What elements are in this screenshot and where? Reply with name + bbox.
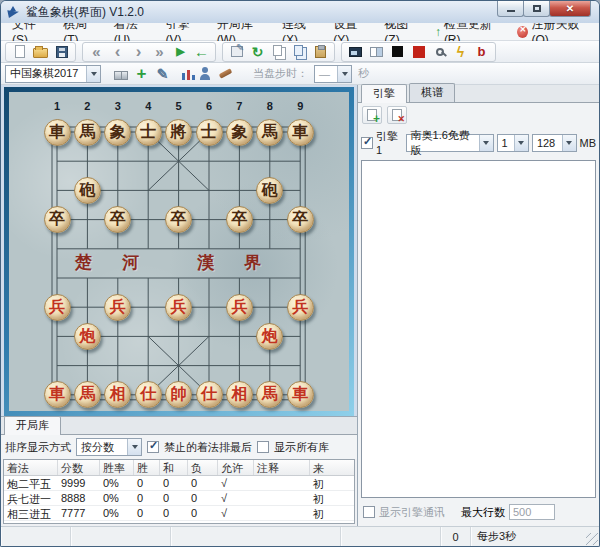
- window-view-icon[interactable]: [347, 44, 364, 60]
- brush-icon[interactable]: [217, 66, 234, 82]
- column-header[interactable]: 和: [160, 460, 188, 475]
- new-file-icon[interactable]: [11, 44, 28, 60]
- user-icon[interactable]: [196, 66, 213, 82]
- board-piece[interactable]: 車: [287, 119, 314, 146]
- board-piece[interactable]: 兵: [44, 294, 71, 321]
- play-icon[interactable]: ▶: [172, 44, 189, 60]
- step-forward-icon[interactable]: ›: [130, 44, 147, 60]
- titlebar[interactable]: 鲨鱼象棋(界面) V1.2.0 ✕: [1, 1, 599, 23]
- game-toolbar: 中国象棋2017 +✎ 当盘步时： — 秒: [1, 63, 599, 85]
- app-icon: [8, 6, 21, 19]
- table-cell: √: [218, 476, 254, 490]
- add-engine-icon[interactable]: [362, 106, 382, 124]
- column-header[interactable]: 负: [188, 460, 218, 475]
- board-piece[interactable]: 車: [44, 119, 71, 146]
- board-piece[interactable]: 砲: [256, 177, 283, 204]
- board-piece[interactable]: 兵: [287, 294, 314, 321]
- board-piece[interactable]: 仕: [135, 381, 162, 408]
- board-piece[interactable]: 兵: [226, 294, 253, 321]
- table-cell: 8888: [58, 491, 100, 505]
- minimize-button[interactable]: [497, 1, 524, 17]
- column-header[interactable]: 注释: [254, 460, 310, 475]
- engine-hash-combo[interactable]: 128: [532, 134, 577, 152]
- maximize-button[interactable]: [523, 1, 550, 17]
- board-piece[interactable]: 象: [104, 119, 131, 146]
- board-piece[interactable]: 馬: [74, 119, 101, 146]
- board-piece[interactable]: 相: [226, 381, 253, 408]
- edit-position-icon[interactable]: [228, 44, 245, 60]
- open-book-icon[interactable]: [112, 66, 129, 82]
- column-header[interactable]: 胜: [134, 460, 160, 475]
- table-cell: 0: [188, 476, 218, 490]
- board-piece[interactable]: 砲: [74, 177, 101, 204]
- tab-open-book[interactable]: 开局库: [4, 416, 61, 435]
- panel-view-icon[interactable]: [368, 44, 385, 60]
- board-piece[interactable]: 將: [165, 119, 192, 146]
- engine1-checkbox[interactable]: [361, 137, 373, 149]
- board-piece[interactable]: 車: [44, 381, 71, 408]
- red-square-icon[interactable]: [410, 44, 427, 60]
- engine-threads-combo[interactable]: 1: [497, 134, 529, 152]
- fast-forward-icon[interactable]: »: [151, 44, 168, 60]
- step-back-icon[interactable]: ‹: [109, 44, 126, 60]
- pencil-icon[interactable]: ✎: [154, 66, 171, 82]
- board-piece[interactable]: 炮: [74, 323, 101, 350]
- board-piece[interactable]: 車: [287, 381, 314, 408]
- table-cell: 0: [134, 476, 160, 490]
- takeback-icon[interactable]: ←: [193, 44, 210, 60]
- bar-chart-icon[interactable]: [175, 66, 192, 82]
- copy-page-icon[interactable]: [270, 44, 287, 60]
- board-piece[interactable]: 兵: [104, 294, 131, 321]
- max-lines-input[interactable]: [509, 504, 555, 520]
- rewind-icon[interactable]: «: [88, 44, 105, 60]
- board-piece[interactable]: 卒: [226, 206, 253, 233]
- show-all-books-checkbox[interactable]: [257, 441, 269, 453]
- board-piece[interactable]: 馬: [74, 381, 101, 408]
- board-piece[interactable]: 卒: [165, 206, 192, 233]
- xiangqi-board[interactable]: 楚 河 漢 界 123456789車馬象士將士象馬車砲砲卒卒卒卒卒兵兵兵兵兵炮炮…: [9, 92, 349, 411]
- board-piece[interactable]: 炮: [256, 323, 283, 350]
- lightning-icon[interactable]: ϟ: [452, 44, 469, 60]
- magnifier-icon[interactable]: [431, 44, 448, 60]
- show-engine-comm-checkbox[interactable]: [363, 506, 375, 518]
- engine-threads-value: 1: [502, 137, 508, 149]
- column-header[interactable]: 着法: [4, 460, 58, 475]
- column-header[interactable]: 来: [310, 460, 354, 475]
- engine-name-combo[interactable]: 南奥1.6免费版: [406, 134, 494, 152]
- save-file-icon[interactable]: [53, 44, 70, 60]
- table-row[interactable]: 相三进五77770%000√初: [4, 506, 354, 521]
- column-header[interactable]: 允许: [218, 460, 254, 475]
- library-combo[interactable]: 中国象棋2017: [5, 65, 101, 83]
- bold-b-icon[interactable]: b: [473, 44, 490, 60]
- show-engine-comm-label: 显示引擎通讯: [379, 505, 445, 520]
- table-row[interactable]: 兵七进一88880%000√初: [4, 491, 354, 506]
- tab-notation[interactable]: 棋谱: [409, 83, 455, 102]
- board-piece[interactable]: 卒: [287, 206, 314, 233]
- step-time-combo[interactable]: —: [314, 65, 352, 83]
- table-row[interactable]: 炮二平五99990%000√初: [4, 476, 354, 491]
- remove-engine-icon[interactable]: [387, 106, 407, 124]
- table-cell: 0: [134, 506, 160, 520]
- forbidden-moves-last-checkbox[interactable]: [147, 441, 159, 453]
- resize-grip[interactable]: [586, 533, 598, 545]
- board-piece[interactable]: 卒: [44, 206, 71, 233]
- board-piece[interactable]: 兵: [165, 294, 192, 321]
- board-piece[interactable]: 士: [135, 119, 162, 146]
- paste-icon[interactable]: [312, 44, 329, 60]
- add-new-icon[interactable]: +: [133, 66, 150, 82]
- board-piece[interactable]: 象: [226, 119, 253, 146]
- sort-mode-combo[interactable]: 按分数: [76, 438, 142, 456]
- tab-engine[interactable]: 引擎: [361, 84, 407, 103]
- close-button[interactable]: ✕: [549, 1, 591, 17]
- copy-board-icon[interactable]: [291, 44, 308, 60]
- open-file-icon[interactable]: [32, 44, 49, 60]
- column-header[interactable]: 分数: [58, 460, 100, 475]
- board-piece[interactable]: 士: [196, 119, 223, 146]
- refresh-icon[interactable]: ↻: [249, 44, 266, 60]
- status-cell: [341, 527, 441, 546]
- board-piece[interactable]: 仕: [196, 381, 223, 408]
- table-cell: 初: [310, 506, 354, 520]
- board-piece[interactable]: 馬: [256, 119, 283, 146]
- black-square-icon[interactable]: [389, 44, 406, 60]
- column-header[interactable]: 胜率: [100, 460, 134, 475]
